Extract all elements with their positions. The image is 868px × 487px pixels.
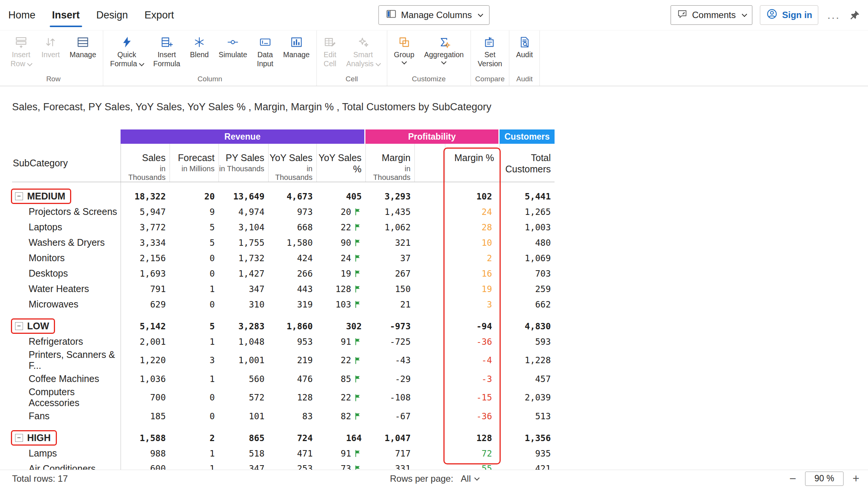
cell-forecast[interactable]: 1 bbox=[170, 281, 219, 297]
cell-py_sales[interactable]: 4,974 bbox=[219, 204, 268, 219]
subcategory-cell[interactable]: −MEDIUM bbox=[12, 182, 121, 204]
cell-forecast[interactable]: 5 bbox=[170, 235, 219, 250]
manage-columns-button[interactable]: Manage Columns bbox=[378, 5, 489, 25]
cell-py_sales[interactable]: 3,283 bbox=[219, 312, 268, 334]
cell-py_sales[interactable]: 1,001 bbox=[219, 349, 268, 371]
cell-yoy_pct[interactable]: 22 bbox=[316, 387, 365, 408]
cell-yoy_pct[interactable]: 405 bbox=[316, 182, 365, 204]
cell-customers[interactable]: 1,265 bbox=[500, 204, 555, 219]
cell-margin[interactable]: 321 bbox=[365, 235, 414, 250]
cell-customers[interactable]: 1,069 bbox=[500, 250, 555, 266]
subcategory-cell[interactable]: Lamps bbox=[12, 446, 121, 461]
collapse-icon[interactable]: − bbox=[15, 434, 23, 442]
cell-forecast[interactable]: 0 bbox=[170, 250, 219, 266]
cell-customers[interactable]: 2,039 bbox=[500, 387, 555, 408]
cell-py_sales[interactable]: 310 bbox=[219, 297, 268, 312]
more-options-button[interactable]: ... bbox=[826, 11, 842, 19]
cell-sales[interactable]: 988 bbox=[121, 446, 170, 461]
cell-yoy_sales[interactable]: 953 bbox=[268, 334, 316, 349]
cell-margin[interactable]: 37 bbox=[365, 250, 414, 266]
cell-yoy_pct[interactable]: 302 bbox=[316, 312, 365, 334]
cell-sales[interactable]: 3,334 bbox=[121, 235, 170, 250]
zoom-out-button[interactable]: − bbox=[787, 473, 799, 484]
cell-margin[interactable]: -43 bbox=[365, 349, 414, 371]
cell-yoy_pct[interactable]: 85 bbox=[316, 371, 365, 387]
cell-yoy_pct[interactable]: 164 bbox=[316, 424, 365, 446]
cell-margin_pct[interactable]: 102 bbox=[445, 182, 500, 204]
cell-sales[interactable]: 2,156 bbox=[121, 250, 170, 266]
cell-margin[interactable]: 3,293 bbox=[365, 182, 414, 204]
subcategory-cell[interactable]: −HIGH bbox=[12, 424, 121, 446]
cell-yoy_sales[interactable]: 266 bbox=[268, 266, 316, 281]
cell-customers[interactable]: 457 bbox=[500, 371, 555, 387]
ribbon-item-manage[interactable]: Manage bbox=[278, 30, 314, 59]
subcategory-cell[interactable]: Coffee Machines bbox=[12, 371, 121, 387]
cell-py_sales[interactable]: 1,048 bbox=[219, 334, 268, 349]
cell-margin_pct[interactable]: 10 bbox=[445, 235, 500, 250]
cell-yoy_sales[interactable]: 424 bbox=[268, 250, 316, 266]
cell-yoy_pct[interactable]: 20 bbox=[316, 204, 365, 219]
subcategory-cell[interactable]: Printers, Scanners & F... bbox=[12, 349, 121, 371]
cell-forecast[interactable]: 0 bbox=[170, 297, 219, 312]
cell-yoy_pct[interactable]: 22 bbox=[316, 219, 365, 235]
cell-yoy_pct[interactable]: 82 bbox=[316, 408, 365, 424]
ribbon-item-manage[interactable]: Manage bbox=[65, 30, 101, 59]
cell-forecast[interactable]: 0 bbox=[170, 387, 219, 408]
cell-customers[interactable]: 703 bbox=[500, 266, 555, 281]
cell-customers[interactable]: 4,830 bbox=[500, 312, 555, 334]
cell-py_sales[interactable]: 865 bbox=[219, 424, 268, 446]
cell-sales[interactable]: 5,947 bbox=[121, 204, 170, 219]
subcategory-cell[interactable]: Computers Accessories bbox=[12, 387, 121, 408]
ribbon-item-set-version[interactable]: Set Version bbox=[473, 30, 507, 68]
cell-yoy_sales[interactable]: 443 bbox=[268, 281, 316, 297]
subcategory-cell[interactable]: Desktops bbox=[12, 266, 121, 281]
col-header-yoy-sales[interactable]: YoY Salesin Thousands bbox=[268, 144, 316, 182]
cell-py_sales[interactable]: 13,649 bbox=[219, 182, 268, 204]
cell-margin_pct[interactable]: -3 bbox=[445, 371, 500, 387]
col-header-subcategory[interactable]: SubCategory bbox=[12, 144, 121, 182]
cell-margin_pct[interactable]: 3 bbox=[445, 297, 500, 312]
col-header-forecast[interactable]: Forecastin Millions bbox=[170, 144, 219, 182]
cell-margin[interactable]: 1,047 bbox=[365, 424, 414, 446]
cell-margin_pct[interactable]: 19 bbox=[445, 281, 500, 297]
cell-margin_pct[interactable]: 2 bbox=[445, 250, 500, 266]
cell-sales[interactable]: 1,036 bbox=[121, 371, 170, 387]
pin-icon[interactable] bbox=[849, 9, 860, 21]
cell-yoy_sales[interactable]: 128 bbox=[268, 387, 316, 408]
cell-sales[interactable]: 700 bbox=[121, 387, 170, 408]
subcategory-cell[interactable]: Microwaves bbox=[12, 297, 121, 312]
cell-sales[interactable]: 1,220 bbox=[121, 349, 170, 371]
tab-design[interactable]: Design bbox=[88, 0, 136, 30]
cell-forecast[interactable]: 0 bbox=[170, 266, 219, 281]
cell-sales[interactable]: 791 bbox=[121, 281, 170, 297]
cell-yoy_sales[interactable]: 668 bbox=[268, 219, 316, 235]
cell-py_sales[interactable]: 560 bbox=[219, 371, 268, 387]
collapse-icon[interactable]: − bbox=[15, 322, 23, 330]
cell-yoy_pct[interactable]: 91 bbox=[316, 334, 365, 349]
cell-forecast[interactable]: 2 bbox=[170, 424, 219, 446]
ribbon-item-insert-formula[interactable]: Insert Formula bbox=[148, 30, 185, 68]
cell-forecast[interactable]: 5 bbox=[170, 312, 219, 334]
cell-margin[interactable]: 1,062 bbox=[365, 219, 414, 235]
cell-customers[interactable]: 259 bbox=[500, 281, 555, 297]
cell-yoy_sales[interactable]: 319 bbox=[268, 297, 316, 312]
cell-sales[interactable]: 629 bbox=[121, 297, 170, 312]
cell-margin_pct[interactable]: -36 bbox=[445, 334, 500, 349]
cell-customers[interactable]: 1,356 bbox=[500, 424, 555, 446]
cell-sales[interactable]: 5,142 bbox=[121, 312, 170, 334]
cell-sales[interactable]: 185 bbox=[121, 408, 170, 424]
ribbon-item-data-input[interactable]: Data Input bbox=[252, 30, 278, 68]
subcategory-cell[interactable]: Refrigerators bbox=[12, 334, 121, 349]
cell-margin_pct[interactable]: -36 bbox=[445, 408, 500, 424]
cell-margin_pct[interactable]: 28 bbox=[445, 219, 500, 235]
subcategory-cell[interactable]: Fans bbox=[12, 408, 121, 424]
col-header-sales[interactable]: Salesin Thousands bbox=[121, 144, 170, 182]
cell-margin[interactable]: 21 bbox=[365, 297, 414, 312]
ribbon-item-quick-formula[interactable]: Quick Formula bbox=[105, 30, 148, 68]
cell-margin[interactable]: -725 bbox=[365, 334, 414, 349]
cell-margin_pct[interactable]: 16 bbox=[445, 266, 500, 281]
ribbon-item-aggregation[interactable]: Aggregation bbox=[419, 30, 469, 65]
cell-margin[interactable]: 717 bbox=[365, 446, 414, 461]
cell-py_sales[interactable]: 101 bbox=[219, 408, 268, 424]
cell-py_sales[interactable]: 518 bbox=[219, 446, 268, 461]
